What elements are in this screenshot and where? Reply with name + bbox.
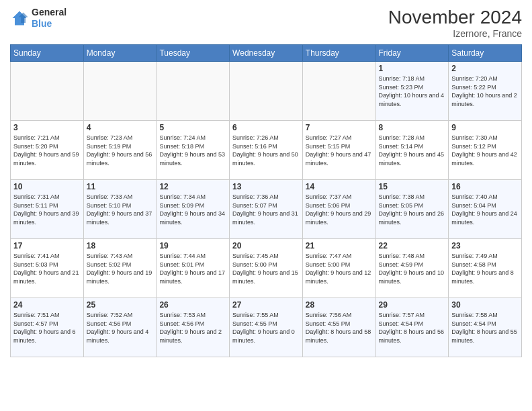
day-info: Sunrise: 7:24 AMSunset: 5:18 PMDaylight:… [159, 134, 226, 167]
day-info: Sunrise: 7:56 AMSunset: 4:55 PMDaylight:… [306, 311, 373, 345]
month-title: November 2024 [388, 7, 522, 28]
day-number: 2 [451, 64, 519, 73]
day-number: 27 [232, 300, 300, 310]
day-number: 21 [306, 241, 373, 250]
calendar-cell [157, 62, 230, 121]
day-number: 25 [87, 300, 154, 310]
calendar-cell [11, 62, 84, 121]
day-number: 30 [451, 300, 519, 310]
day-info: Sunrise: 7:21 AMSunset: 5:20 PMDaylight:… [13, 134, 81, 167]
day-number: 10 [13, 182, 81, 191]
calendar-cell: 13Sunrise: 7:36 AMSunset: 5:07 PMDayligh… [230, 180, 303, 239]
day-number: 7 [306, 123, 373, 132]
calendar-header-sunday: Sunday [11, 45, 84, 62]
calendar-header-row: SundayMondayTuesdayWednesdayThursdayFrid… [11, 45, 522, 62]
day-info: Sunrise: 7:26 AMSunset: 5:16 PMDaylight:… [232, 134, 300, 167]
day-number: 28 [306, 300, 373, 310]
calendar-week-3: 10Sunrise: 7:31 AMSunset: 5:11 PMDayligh… [11, 180, 522, 239]
calendar-cell: 26Sunrise: 7:53 AMSunset: 4:56 PMDayligh… [157, 298, 230, 357]
day-info: Sunrise: 7:40 AMSunset: 5:04 PMDaylight:… [451, 193, 519, 226]
calendar-table: SundayMondayTuesdayWednesdayThursdayFrid… [10, 44, 522, 357]
calendar-header-wednesday: Wednesday [230, 45, 303, 62]
day-number: 22 [379, 241, 446, 250]
day-number: 18 [87, 241, 154, 250]
day-info: Sunrise: 7:28 AMSunset: 5:14 PMDaylight:… [379, 134, 446, 167]
calendar-cell: 24Sunrise: 7:51 AMSunset: 4:57 PMDayligh… [11, 298, 84, 357]
header: General Blue November 2024 Izernore, Fra… [10, 7, 522, 39]
calendar-header-thursday: Thursday [302, 45, 375, 62]
calendar-cell [302, 62, 375, 121]
day-info: Sunrise: 7:30 AMSunset: 5:12 PMDaylight:… [451, 134, 519, 167]
calendar-cell: 2Sunrise: 7:20 AMSunset: 5:22 PMDaylight… [449, 62, 522, 121]
calendar-cell: 5Sunrise: 7:24 AMSunset: 5:18 PMDaylight… [157, 121, 230, 180]
day-number: 20 [232, 241, 300, 250]
calendar-cell: 17Sunrise: 7:41 AMSunset: 5:03 PMDayligh… [11, 239, 84, 298]
calendar-cell: 25Sunrise: 7:52 AMSunset: 4:56 PMDayligh… [83, 298, 157, 357]
calendar-week-1: 1Sunrise: 7:18 AMSunset: 5:23 PMDaylight… [11, 62, 522, 121]
calendar-cell: 6Sunrise: 7:26 AMSunset: 5:16 PMDaylight… [230, 121, 303, 180]
calendar-cell: 18Sunrise: 7:43 AMSunset: 5:02 PMDayligh… [83, 239, 157, 298]
day-info: Sunrise: 7:43 AMSunset: 5:02 PMDaylight:… [87, 252, 154, 285]
calendar-week-5: 24Sunrise: 7:51 AMSunset: 4:57 PMDayligh… [11, 298, 522, 357]
day-info: Sunrise: 7:48 AMSunset: 4:59 PMDaylight:… [379, 252, 446, 285]
logo-text: General Blue [32, 7, 66, 30]
calendar-cell: 30Sunrise: 7:58 AMSunset: 4:54 PMDayligh… [449, 298, 522, 357]
day-number: 9 [451, 123, 519, 132]
calendar-header-friday: Friday [375, 45, 449, 62]
calendar-cell: 8Sunrise: 7:28 AMSunset: 5:14 PMDaylight… [375, 121, 449, 180]
calendar-cell: 4Sunrise: 7:23 AMSunset: 5:19 PMDaylight… [83, 121, 157, 180]
location: Izernore, France [388, 28, 522, 39]
day-info: Sunrise: 7:57 AMSunset: 4:54 PMDaylight:… [379, 311, 446, 345]
calendar-cell: 9Sunrise: 7:30 AMSunset: 5:12 PMDaylight… [449, 121, 522, 180]
page: General Blue November 2024 Izernore, Fra… [0, 0, 532, 411]
day-info: Sunrise: 7:49 AMSunset: 4:58 PMDaylight:… [451, 252, 519, 285]
calendar-cell: 23Sunrise: 7:49 AMSunset: 4:58 PMDayligh… [449, 239, 522, 298]
day-number: 17 [13, 241, 81, 250]
day-number: 29 [379, 300, 446, 310]
day-info: Sunrise: 7:27 AMSunset: 5:15 PMDaylight:… [306, 134, 373, 167]
day-number: 15 [379, 182, 446, 191]
calendar-week-4: 17Sunrise: 7:41 AMSunset: 5:03 PMDayligh… [11, 239, 522, 298]
day-number: 13 [232, 182, 300, 191]
day-info: Sunrise: 7:33 AMSunset: 5:10 PMDaylight:… [87, 193, 154, 226]
day-number: 14 [306, 182, 373, 191]
calendar-cell: 22Sunrise: 7:48 AMSunset: 4:59 PMDayligh… [375, 239, 449, 298]
calendar-cell: 11Sunrise: 7:33 AMSunset: 5:10 PMDayligh… [83, 180, 157, 239]
day-info: Sunrise: 7:47 AMSunset: 5:00 PMDaylight:… [306, 252, 373, 285]
day-number: 1 [379, 64, 446, 73]
day-number: 5 [159, 123, 226, 132]
day-info: Sunrise: 7:45 AMSunset: 5:00 PMDaylight:… [232, 252, 300, 285]
day-number: 4 [87, 123, 154, 132]
day-info: Sunrise: 7:58 AMSunset: 4:54 PMDaylight:… [451, 311, 519, 345]
calendar-cell [230, 62, 303, 121]
calendar-cell: 19Sunrise: 7:44 AMSunset: 5:01 PMDayligh… [157, 239, 230, 298]
day-info: Sunrise: 7:44 AMSunset: 5:01 PMDaylight:… [159, 252, 226, 285]
logo-icon [10, 9, 29, 28]
calendar-header-monday: Monday [83, 45, 157, 62]
day-number: 6 [232, 123, 300, 132]
day-number: 16 [451, 182, 519, 191]
calendar-cell: 12Sunrise: 7:34 AMSunset: 5:09 PMDayligh… [157, 180, 230, 239]
day-info: Sunrise: 7:31 AMSunset: 5:11 PMDaylight:… [13, 193, 81, 226]
calendar-cell: 14Sunrise: 7:37 AMSunset: 5:06 PMDayligh… [302, 180, 375, 239]
day-number: 12 [159, 182, 226, 191]
day-number: 8 [379, 123, 446, 132]
calendar-cell: 28Sunrise: 7:56 AMSunset: 4:55 PMDayligh… [302, 298, 375, 357]
calendar-cell: 29Sunrise: 7:57 AMSunset: 4:54 PMDayligh… [375, 298, 449, 357]
day-number: 3 [13, 123, 81, 132]
calendar-cell: 20Sunrise: 7:45 AMSunset: 5:00 PMDayligh… [230, 239, 303, 298]
day-info: Sunrise: 7:41 AMSunset: 5:03 PMDaylight:… [13, 252, 81, 285]
day-info: Sunrise: 7:36 AMSunset: 5:07 PMDaylight:… [232, 193, 300, 226]
calendar-cell: 21Sunrise: 7:47 AMSunset: 5:00 PMDayligh… [302, 239, 375, 298]
calendar-cell: 15Sunrise: 7:38 AMSunset: 5:05 PMDayligh… [375, 180, 449, 239]
day-info: Sunrise: 7:23 AMSunset: 5:19 PMDaylight:… [87, 134, 154, 167]
day-info: Sunrise: 7:37 AMSunset: 5:06 PMDaylight:… [306, 193, 373, 226]
day-number: 19 [159, 241, 226, 250]
day-info: Sunrise: 7:53 AMSunset: 4:56 PMDaylight:… [159, 311, 226, 345]
title-section: November 2024 Izernore, France [388, 7, 522, 39]
day-info: Sunrise: 7:51 AMSunset: 4:57 PMDaylight:… [13, 311, 81, 345]
day-number: 24 [13, 300, 81, 310]
calendar-cell: 27Sunrise: 7:55 AMSunset: 4:55 PMDayligh… [230, 298, 303, 357]
calendar-cell: 10Sunrise: 7:31 AMSunset: 5:11 PMDayligh… [11, 180, 84, 239]
day-info: Sunrise: 7:38 AMSunset: 5:05 PMDaylight:… [379, 193, 446, 226]
